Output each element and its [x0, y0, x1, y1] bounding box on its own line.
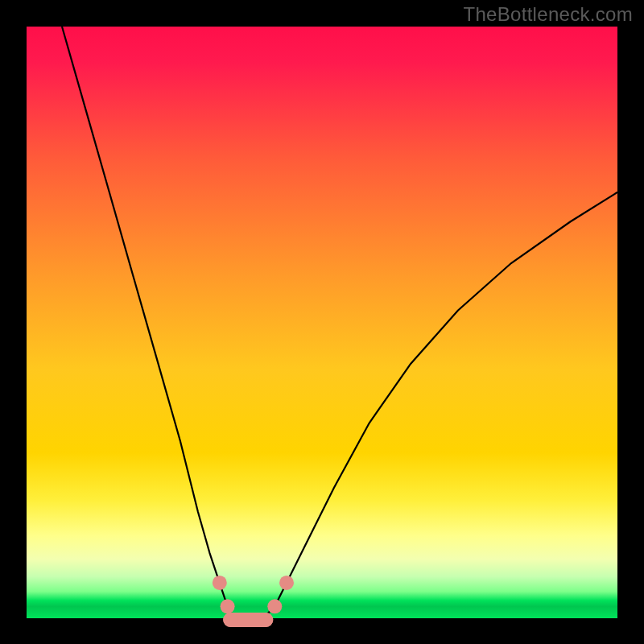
svg-point-5: [279, 576, 294, 590]
svg-point-0: [213, 576, 227, 590]
chart-frame: TheBottleneck.com: [0, 0, 644, 644]
bottleneck-chart: [0, 0, 644, 644]
plot-background: [27, 27, 617, 618]
svg-point-2: [223, 613, 237, 627]
svg-point-4: [267, 599, 282, 613]
svg-point-3: [258, 613, 273, 627]
svg-point-1: [221, 599, 235, 613]
